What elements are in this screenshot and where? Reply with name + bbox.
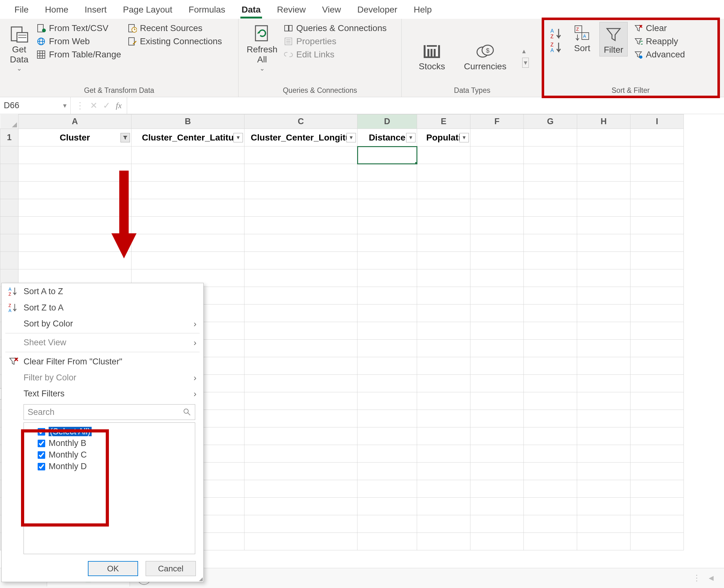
cell[interactable] <box>524 340 577 357</box>
cell[interactable] <box>417 410 470 427</box>
tab-formulas[interactable]: Formulas <box>180 2 234 19</box>
cell[interactable] <box>417 427 470 445</box>
col-header-E[interactable]: E <box>417 114 470 129</box>
cell[interactable] <box>630 515 684 533</box>
cell[interactable] <box>470 357 524 375</box>
cell[interactable] <box>244 427 358 445</box>
sort-desc-icon[interactable]: ZA <box>550 41 563 54</box>
cell[interactable] <box>417 515 470 533</box>
cell[interactable] <box>630 252 684 269</box>
cell[interactable] <box>630 533 684 550</box>
cell[interactable] <box>524 199 577 217</box>
cell[interactable] <box>358 392 417 410</box>
cell[interactable] <box>470 498 524 515</box>
cell[interactable] <box>358 234 417 252</box>
cell[interactable] <box>417 217 470 234</box>
sort-z-to-a[interactable]: ZA Sort Z to A <box>2 299 203 316</box>
cell[interactable] <box>358 164 417 182</box>
existing-connections-button[interactable]: Existing Connections <box>126 35 223 48</box>
cell[interactable] <box>470 375 524 392</box>
cell[interactable] <box>524 515 577 533</box>
cell[interactable] <box>132 182 244 199</box>
cell[interactable] <box>470 340 524 357</box>
cell[interactable] <box>417 252 470 269</box>
cell[interactable] <box>524 480 577 498</box>
cell[interactable] <box>630 269 684 287</box>
cell[interactable] <box>417 304 470 322</box>
cell[interactable] <box>630 410 684 427</box>
cell[interactable] <box>417 269 470 287</box>
cell[interactable] <box>524 410 577 427</box>
cell[interactable] <box>630 445 684 463</box>
cell[interactable] <box>358 287 417 304</box>
cell[interactable] <box>19 146 132 164</box>
cell[interactable] <box>577 480 630 498</box>
cell[interactable] <box>577 375 630 392</box>
cell[interactable] <box>524 146 577 164</box>
row-header[interactable] <box>0 234 19 252</box>
formula-input[interactable] <box>127 97 724 114</box>
cell[interactable] <box>470 217 524 234</box>
filter-toggle-C[interactable]: ▼ <box>346 133 356 142</box>
filter-toggle-E[interactable]: ▼ <box>459 133 469 142</box>
cell[interactable] <box>358 217 417 234</box>
col-header-H[interactable]: H <box>577 114 630 129</box>
data-types-scroll[interactable]: ▴▾ <box>522 47 529 68</box>
cell[interactable] <box>244 357 358 375</box>
sheet-scroll-left-icon[interactable]: ⋮ <box>692 573 701 583</box>
cell[interactable] <box>577 410 630 427</box>
cell[interactable] <box>524 357 577 375</box>
cell[interactable] <box>577 287 630 304</box>
cell[interactable] <box>358 269 417 287</box>
cell[interactable] <box>630 375 684 392</box>
cell[interactable] <box>244 304 358 322</box>
cell[interactable] <box>524 252 577 269</box>
cell[interactable] <box>244 445 358 463</box>
sort-asc-icon[interactable]: AZ <box>550 27 563 40</box>
cell[interactable] <box>630 480 684 498</box>
cell[interactable] <box>358 252 417 269</box>
row-header-1[interactable]: 1 <box>0 129 19 146</box>
cell[interactable] <box>132 234 244 252</box>
cell[interactable] <box>524 427 577 445</box>
cell[interactable] <box>470 252 524 269</box>
cell[interactable] <box>577 129 630 146</box>
tab-insert[interactable]: Insert <box>77 2 115 19</box>
cell[interactable] <box>524 392 577 410</box>
cell[interactable] <box>630 164 684 182</box>
cell[interactable] <box>630 182 684 199</box>
cell[interactable] <box>358 533 417 550</box>
col-header-D[interactable]: D <box>358 114 417 129</box>
cell[interactable] <box>577 234 630 252</box>
filter-item[interactable]: (Select All) <box>27 426 192 438</box>
cell[interactable] <box>358 498 417 515</box>
cell[interactable] <box>524 498 577 515</box>
row-header[interactable] <box>0 199 19 217</box>
cell[interactable] <box>358 146 417 164</box>
cell[interactable] <box>577 392 630 410</box>
cell[interactable] <box>244 252 358 269</box>
cell[interactable] <box>358 304 417 322</box>
cell[interactable] <box>244 533 358 550</box>
cell[interactable] <box>630 234 684 252</box>
cell[interactable] <box>417 340 470 357</box>
tab-file[interactable]: File <box>6 2 37 19</box>
col-header-B[interactable]: B <box>132 114 244 129</box>
cell[interactable] <box>630 129 684 146</box>
from-text-csv-button[interactable]: From Text/CSV <box>35 22 122 35</box>
cell[interactable] <box>470 182 524 199</box>
from-table-range-button[interactable]: From Table/Range <box>35 48 122 61</box>
filter-search-input[interactable]: Search <box>23 404 195 420</box>
cell[interactable] <box>630 146 684 164</box>
cell[interactable] <box>524 269 577 287</box>
filter-button[interactable]: Filter <box>599 22 628 57</box>
resize-handle-icon[interactable] <box>199 578 203 581</box>
cell[interactable] <box>577 164 630 182</box>
filter-values-tree[interactable]: (Select All) Monthly B Monthly C Monthly… <box>23 422 195 554</box>
cell[interactable] <box>470 164 524 182</box>
sort-button[interactable]: ZA Sort <box>568 22 596 55</box>
cell[interactable] <box>470 322 524 340</box>
cell[interactable] <box>244 410 358 427</box>
cell[interactable] <box>244 234 358 252</box>
cell[interactable] <box>417 357 470 375</box>
